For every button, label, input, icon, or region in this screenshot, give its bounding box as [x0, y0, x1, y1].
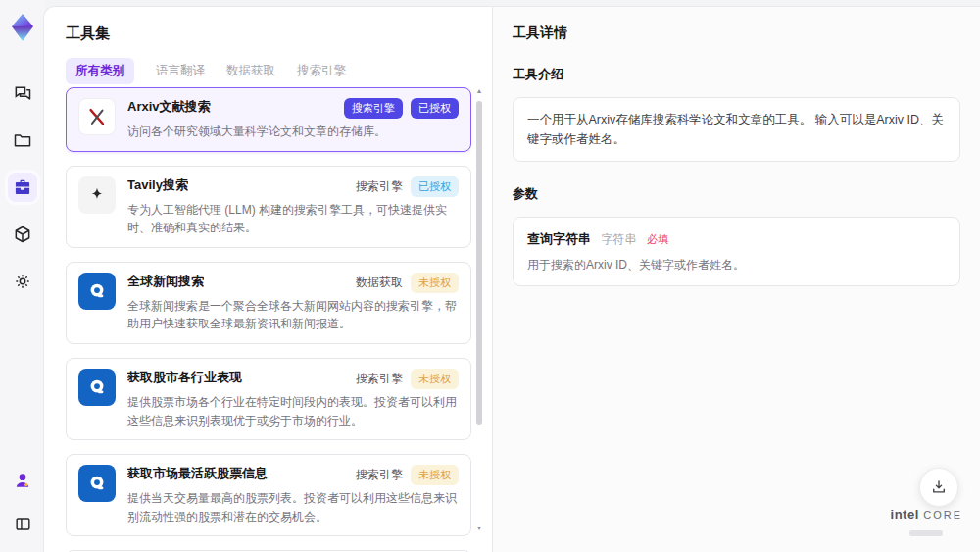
content-shell: 工具集 所有类别 语言翻译 数据获取 搜索引擎 Arxiv文献搜索: [43, 6, 980, 552]
layout-panel-icon: [14, 515, 32, 533]
sidebar-item-chat[interactable]: [8, 78, 37, 108]
arxiv-logo-icon: [78, 98, 116, 135]
param-type: 字符串: [601, 232, 636, 246]
tab-language-translation[interactable]: 语言翻译: [156, 58, 205, 84]
params-heading: 参数: [513, 185, 960, 203]
brand-core-label: CORE: [923, 509, 962, 521]
intro-heading: 工具介绍: [513, 66, 960, 83]
page-title: 工具集: [66, 25, 110, 43]
news-service-logo-icon: [78, 273, 116, 310]
chat-icon: [13, 83, 32, 103]
param-required-badge: 必填: [647, 233, 668, 245]
param-description: 用于搜索的Arxiv ID、关键字或作者姓名。: [527, 257, 946, 274]
brand-sub-badge: [909, 530, 943, 536]
category-tabs: 所有类别 语言翻译 数据获取 搜索引擎: [66, 58, 346, 84]
panel-toggle-button[interactable]: [8, 509, 37, 538]
param-name: 查询字符串: [527, 231, 591, 246]
category-badge: 搜索引擎: [344, 98, 403, 119]
tool-list: Arxiv文献搜索 搜索引擎 已授权 访问各个研究领域大量科学论文和文章的存储库…: [66, 87, 471, 552]
user-icon: [13, 471, 32, 490]
category-label: 数据获取: [356, 275, 403, 291]
cube-icon: [13, 225, 32, 244]
finance-service-logo-icon: [78, 465, 116, 502]
scroll-up-icon[interactable]: ▲: [475, 87, 483, 95]
auth-status-badge: 未授权: [411, 273, 459, 293]
sidebar-item-files[interactable]: [8, 125, 37, 155]
sidebar-item-toolbox[interactable]: [8, 173, 37, 202]
folder-icon: [13, 130, 32, 150]
tool-description: 访问各个研究领域大量科学论文和文章的存储库。: [127, 123, 459, 141]
auth-status-badge: 未授权: [411, 369, 459, 389]
auth-status-badge: 未授权: [411, 465, 459, 485]
scrollbar-thumb[interactable]: [476, 101, 482, 425]
scroll-down-icon[interactable]: ▼: [475, 525, 483, 532]
tool-name: Tavily搜索: [127, 176, 188, 194]
tool-description: 提供股票市场各个行业在特定时间段内的表现。投资者可以利用这些信息来识别表现优于或…: [127, 393, 459, 429]
sidebar-item-packages[interactable]: [8, 220, 37, 249]
tools-panel: 工具集 所有类别 语言翻译 数据获取 搜索引擎 Arxiv文献搜索: [44, 7, 492, 552]
tool-name: Arxiv文献搜索: [127, 98, 211, 116]
app-logo-icon: [7, 12, 38, 43]
brand-intel-label: intel: [891, 507, 919, 522]
tool-name: 全球新闻搜索: [127, 273, 204, 290]
intro-box: 一个用于从Arxiv存储库搜索科学论文和文章的工具。 输入可以是Arxiv ID…: [513, 97, 960, 162]
intro-text: 一个用于从Arxiv存储库搜索科学论文和文章的工具。 输入可以是Arxiv ID…: [527, 110, 946, 149]
category-label: 搜索引擎: [356, 467, 403, 483]
gear-icon: [13, 272, 32, 291]
tool-description: 专为人工智能代理 (LLM) 构建的搜索引擎工具，可快速提供实时、准确和真实的结…: [127, 201, 459, 237]
tab-search-engine[interactable]: 搜索引擎: [297, 58, 346, 84]
tool-card-arxiv[interactable]: Arxiv文献搜索 搜索引擎 已授权 访问各个研究领域大量科学论文和文章的存储库…: [66, 87, 471, 152]
tool-name: 获取股市各行业表现: [127, 369, 242, 386]
tool-card-active-stocks[interactable]: 获取市场最活跃股票信息 搜索引擎 未授权 提供当天交易量最高的股票列表。投资者可…: [66, 454, 471, 536]
tool-name: 获取市场最活跃股票信息: [127, 465, 268, 482]
download-icon: [930, 478, 948, 496]
tool-card-sector-performance[interactable]: 获取股市各行业表现 搜索引擎 未授权 提供股票市场各个行业在特定时间段内的表现。…: [66, 358, 471, 440]
user-avatar[interactable]: [8, 466, 37, 495]
sparkle-icon: [78, 176, 116, 214]
tool-description: 全球新闻搜索是一个聚合全球各大新闻网站内容的搜索引擎，帮助用户快速获取全球最新资…: [127, 297, 459, 333]
auth-status-badge: 已授权: [411, 176, 459, 197]
tab-all-categories[interactable]: 所有类别: [66, 58, 134, 84]
intel-core-logo: intel CORE: [891, 505, 962, 540]
sidebar-item-settings[interactable]: [8, 267, 37, 296]
tool-list-scrollbar[interactable]: ▲ ▼: [475, 87, 483, 532]
tab-data-fetch[interactable]: 数据获取: [226, 58, 275, 84]
finance-service-logo-icon: [78, 369, 116, 406]
tool-card-tavily[interactable]: Tavily搜索 搜索引擎 已授权 专为人工智能代理 (LLM) 构建的搜索引擎…: [66, 166, 471, 248]
toolbox-icon: [13, 177, 32, 197]
detail-title: 工具详情: [513, 25, 960, 42]
tool-detail-panel: 工具详情 工具介绍 一个用于从Arxiv存储库搜索科学论文和文章的工具。 输入可…: [492, 7, 980, 552]
tool-card-global-news[interactable]: 全球新闻搜索 数据获取 未授权 全球新闻搜索是一个聚合全球各大新闻网站内容的搜索…: [66, 262, 471, 344]
param-card: 查询字符串 字符串 必填 用于搜索的Arxiv ID、关键字或作者姓名。: [513, 217, 960, 286]
category-label: 搜索引擎: [356, 178, 403, 195]
auth-status-badge: 已授权: [411, 98, 459, 119]
category-label: 搜索引擎: [356, 371, 403, 387]
download-button[interactable]: [919, 468, 958, 507]
left-rail: [0, 0, 45, 552]
tool-description: 提供当天交易量最高的股票列表。投资者可以利用这些信息来识别流动性强的股票和潜在的…: [127, 489, 459, 526]
